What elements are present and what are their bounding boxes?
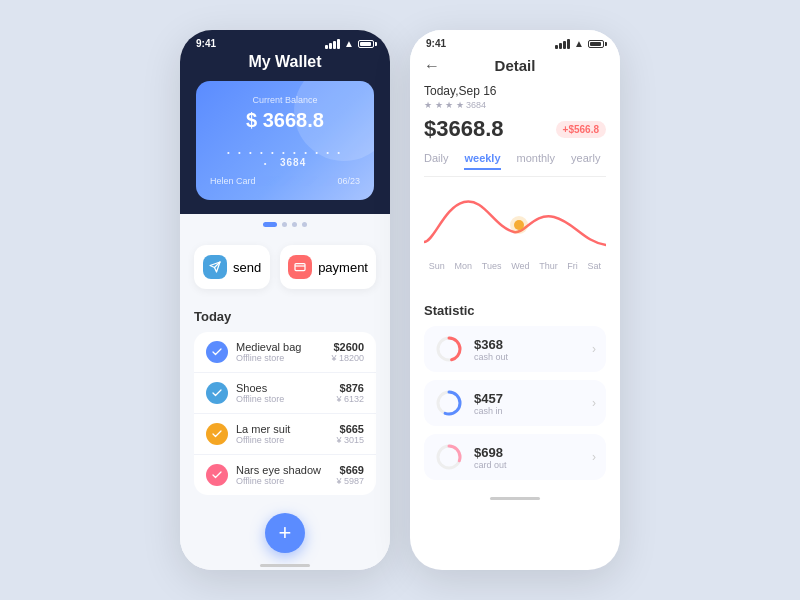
status-icons-left: ▲ bbox=[325, 38, 374, 49]
stat-info-2: $457 cash in bbox=[474, 391, 592, 416]
stat-ring-2 bbox=[434, 388, 464, 418]
tab-weekly[interactable]: weekly bbox=[464, 152, 500, 170]
signal-icon-right bbox=[555, 39, 570, 49]
chevron-right-icon-1: › bbox=[592, 342, 596, 356]
send-button[interactable]: send bbox=[194, 245, 270, 289]
transaction-info-4: Nars eye shadow Offline store bbox=[236, 464, 336, 486]
table-row[interactable]: Shoes Offline store $876 ¥ 6132 bbox=[194, 373, 376, 414]
stat-amount-1: $368 bbox=[474, 337, 592, 352]
stat-ring-3 bbox=[434, 442, 464, 472]
detail-title: Detail bbox=[495, 57, 536, 74]
stat-info-1: $368 cash out bbox=[474, 337, 592, 362]
status-bar-right: 9:41 ▲ bbox=[410, 30, 620, 53]
transaction-cny-3: ¥ 3015 bbox=[336, 435, 364, 445]
transaction-icon-2 bbox=[206, 382, 228, 404]
tab-daily[interactable]: Daily bbox=[424, 152, 448, 170]
payment-button[interactable]: payment bbox=[280, 245, 376, 289]
stat-amount-3: $698 bbox=[474, 445, 592, 460]
detail-tabs: Daily weekly monthly yearly bbox=[424, 152, 606, 177]
payment-label: payment bbox=[318, 260, 368, 275]
chart-label-mon: Mon bbox=[455, 261, 473, 271]
transaction-amount-1: $2600 ¥ 18200 bbox=[331, 341, 364, 363]
card-dots: • • • • • • • • • • • • 3684 bbox=[210, 148, 360, 168]
card-expiry: 06/23 bbox=[337, 176, 360, 186]
transaction-amount-3: $665 ¥ 3015 bbox=[336, 423, 364, 445]
transaction-name-4: Nars eye shadow bbox=[236, 464, 336, 476]
transaction-name-1: Medieval bag bbox=[236, 341, 331, 353]
chart-area: Sun Mon Tues Wed Thur Fri Sat bbox=[410, 187, 620, 285]
transaction-name-2: Shoes bbox=[236, 382, 336, 394]
battery-icon-right bbox=[588, 40, 604, 48]
transaction-amount-4: $669 ¥ 5987 bbox=[336, 464, 364, 486]
card-dot-2 bbox=[282, 222, 287, 227]
transaction-cny-2: ¥ 6132 bbox=[336, 394, 364, 404]
transaction-icon-1 bbox=[206, 341, 228, 363]
card-balance-amount: $ 3668.8 bbox=[210, 109, 360, 132]
wallet-phone: 9:41 ▲ My Wallet Current Balance $ 3668.… bbox=[180, 30, 390, 570]
detail-amount: $3668.8 bbox=[424, 116, 504, 142]
status-icons-right: ▲ bbox=[555, 38, 604, 49]
transaction-cny-4: ¥ 5987 bbox=[336, 476, 364, 486]
card-indicator bbox=[180, 214, 390, 235]
add-button[interactable]: + bbox=[265, 513, 305, 553]
detail-body: Today,Sep 16 ★ ★ ★ ★ 3684 $3668.8 +$566.… bbox=[410, 84, 620, 177]
transaction-list: Medieval bag Offline store $2600 ¥ 18200 bbox=[194, 332, 376, 495]
card-balance-label: Current Balance bbox=[210, 95, 360, 105]
action-buttons: send payment bbox=[180, 235, 390, 299]
chart-label-wed: Wed bbox=[511, 261, 529, 271]
credit-card: Current Balance $ 3668.8 • • • • • • • •… bbox=[196, 81, 374, 200]
stat-label-1: cash out bbox=[474, 352, 592, 362]
detail-phone: 9:41 ▲ ← Detail Today,Sep 16 ★ ★ ★ ★ 368… bbox=[410, 30, 620, 570]
chart-labels: Sun Mon Tues Wed Thur Fri Sat bbox=[424, 261, 606, 275]
tab-yearly[interactable]: yearly bbox=[571, 152, 600, 170]
transaction-usd-1: $2600 bbox=[331, 341, 364, 353]
stat-label-3: card out bbox=[474, 460, 592, 470]
wallet-header: My Wallet Current Balance $ 3668.8 • • •… bbox=[180, 53, 390, 214]
card-dot-1 bbox=[263, 222, 277, 227]
tab-monthly[interactable]: monthly bbox=[517, 152, 556, 170]
table-row[interactable]: Nars eye shadow Offline store $669 ¥ 598… bbox=[194, 455, 376, 495]
card-holder: Helen Card bbox=[210, 176, 256, 186]
table-row[interactable]: La mer suit Offline store $665 ¥ 3015 bbox=[194, 414, 376, 455]
fab-area: + bbox=[180, 505, 390, 557]
chevron-right-icon-3: › bbox=[592, 450, 596, 464]
signal-icon bbox=[325, 39, 340, 49]
wallet-title: My Wallet bbox=[196, 53, 374, 81]
list-item[interactable]: $698 card out › bbox=[424, 434, 606, 480]
transaction-sub-1: Offline store bbox=[236, 353, 331, 363]
card-footer: Helen Card 06/23 bbox=[210, 176, 360, 186]
transactions-title: Today bbox=[194, 309, 376, 324]
detail-card-num: ★ ★ ★ ★ 3684 bbox=[424, 100, 606, 110]
list-item[interactable]: $457 cash in › bbox=[424, 380, 606, 426]
transaction-sub-4: Offline store bbox=[236, 476, 336, 486]
statistic-title: Statistic bbox=[424, 303, 606, 318]
transaction-icon-3 bbox=[206, 423, 228, 445]
send-label: send bbox=[233, 260, 261, 275]
home-indicator-left bbox=[180, 557, 390, 570]
transaction-info-2: Shoes Offline store bbox=[236, 382, 336, 404]
transaction-amount-2: $876 ¥ 6132 bbox=[336, 382, 364, 404]
chart-svg bbox=[424, 187, 606, 257]
back-button[interactable]: ← bbox=[424, 57, 440, 75]
transaction-sub-2: Offline store bbox=[236, 394, 336, 404]
transaction-usd-2: $876 bbox=[336, 382, 364, 394]
chart-label-thur: Thur bbox=[539, 261, 558, 271]
transaction-cny-1: ¥ 18200 bbox=[331, 353, 364, 363]
stat-amount-2: $457 bbox=[474, 391, 592, 406]
chart-label-fri: Fri bbox=[567, 261, 578, 271]
transaction-sub-3: Offline store bbox=[236, 435, 336, 445]
table-row[interactable]: Medieval bag Offline store $2600 ¥ 18200 bbox=[194, 332, 376, 373]
transaction-icon-4 bbox=[206, 464, 228, 486]
time-right: 9:41 bbox=[426, 38, 446, 49]
status-bar-left: 9:41 ▲ bbox=[180, 30, 390, 53]
list-item[interactable]: $368 cash out › bbox=[424, 326, 606, 372]
stat-ring-1 bbox=[434, 334, 464, 364]
chart-label-tues: Tues bbox=[482, 261, 502, 271]
statistic-section: Statistic $368 cash out › bbox=[410, 293, 620, 490]
chart-label-sat: Sat bbox=[588, 261, 602, 271]
detail-header: ← Detail bbox=[410, 53, 620, 84]
battery-icon bbox=[358, 40, 374, 48]
stat-info-3: $698 card out bbox=[474, 445, 592, 470]
detail-badge: +$566.8 bbox=[556, 121, 606, 138]
svg-point-3 bbox=[510, 216, 528, 234]
